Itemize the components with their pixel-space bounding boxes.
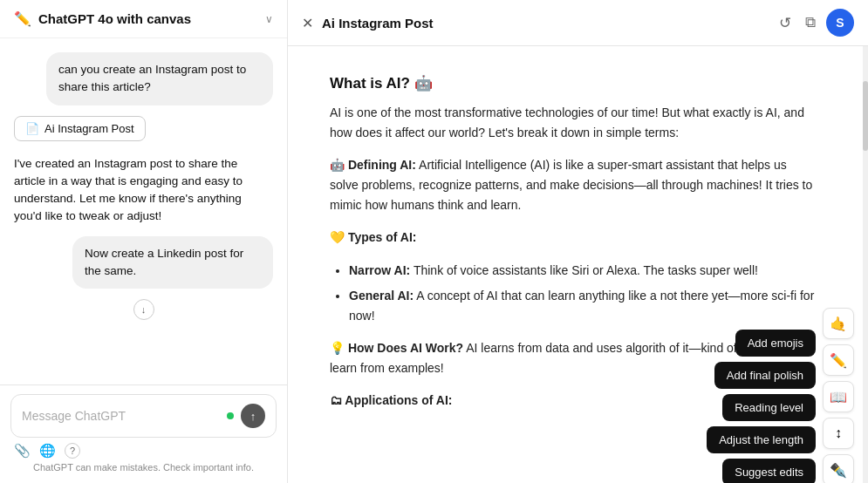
help-button[interactable]: ? — [65, 443, 80, 459]
input-icons-row: 📎 🌐 ? — [10, 438, 277, 459]
chat-area: can you create an Instagram post to shar… — [0, 38, 287, 384]
add-final-polish-button[interactable]: Add final polish — [714, 362, 816, 389]
canvas-title: Ai Instagram Post — [322, 16, 767, 31]
length-icon-button[interactable]: ↕ — [823, 418, 854, 449]
canvas-paragraph-1: AI is one of the most transformative tec… — [330, 103, 816, 143]
input-area: ↑ 📎 🌐 ? ChatGPT can make mistakes. Check… — [0, 384, 287, 483]
applications-label: 🗂 Applications of AI: — [330, 393, 453, 407]
canvas-close-button[interactable]: ✕ — [302, 15, 313, 31]
arrows-vertical-icon: ↕ — [835, 425, 842, 441]
user-avatar: S — [826, 9, 854, 37]
undo-icon: ↺ — [779, 14, 791, 32]
canvas-content: What is AI? 🤖 AI is one of the most tran… — [288, 46, 868, 483]
chevron-down-icon[interactable]: ∨ — [265, 13, 273, 25]
toolbar-icons: 🤙 ✏️ 📖 ↕ ✒️ — [823, 308, 854, 483]
reading-icon-button[interactable]: 📖 — [823, 381, 854, 412]
sidebar: ✏️ ChatGPT 4o with canvas ∨ can you crea… — [0, 0, 288, 483]
adjust-length-button[interactable]: Adjust the length — [707, 426, 816, 453]
general-ai-label: General AI: — [349, 289, 413, 303]
disclaimer-label: ChatGPT can make mistakes. Check importa… — [33, 462, 254, 473]
edit-icon: ✏️ — [14, 10, 31, 27]
chat-input[interactable] — [22, 409, 220, 423]
toolbar-buttons: Add emojis Add final polish Reading leve… — [707, 330, 816, 483]
assistant-message-1: I've created an Instagram post to share … — [14, 155, 267, 226]
user-message-1-text: can you create an Instagram post to shar… — [58, 63, 246, 93]
scroll-down-button[interactable]: ↓ — [133, 299, 154, 320]
disclaimer-text: ChatGPT can make mistakes. Check importa… — [10, 459, 277, 474]
add-emojis-button[interactable]: Add emojis — [735, 330, 816, 357]
canvas-doc-icon: 📄 — [25, 122, 39, 135]
narrow-ai-item: Narrow AI: Think of voice assistants lik… — [349, 261, 816, 281]
sidebar-title: ChatGPT 4o with canvas — [38, 11, 258, 26]
narrow-ai-text: Think of voice assistants like Siri or A… — [413, 263, 758, 277]
narrow-ai-label: Narrow AI: — [349, 263, 410, 277]
scrollbar-thumb[interactable] — [863, 81, 868, 151]
canvas-header-actions: ↺ ⧉ S — [776, 9, 854, 37]
canvas-reference[interactable]: 📄 Ai Instagram Post — [14, 116, 273, 145]
canvas-ref-label: Ai Instagram Post — [44, 122, 134, 135]
suggest-edits-button[interactable]: Suggest edits — [722, 459, 816, 483]
polish-icon-button[interactable]: ✏️ — [823, 344, 854, 376]
hand-wave-icon: 🤙 — [830, 316, 847, 332]
undo-button[interactable]: ↺ — [776, 10, 795, 36]
copy-icon: ⧉ — [805, 14, 816, 31]
sidebar-header: ✏️ ChatGPT 4o with canvas ∨ — [0, 0, 287, 38]
user-message-2-text: Now create a Linkedin post for the same. — [85, 247, 243, 277]
types-of-ai-heading: 💛 Types of AI: — [330, 228, 816, 248]
how-ai-emoji: 💡 — [330, 341, 348, 355]
avatar-label: S — [836, 16, 844, 30]
canvas-ref-button[interactable]: 📄 Ai Instagram Post — [14, 116, 146, 141]
edits-icon-button[interactable]: ✒️ — [823, 454, 854, 483]
how-ai-label: How Does AI Work? — [348, 341, 463, 355]
input-box: ↑ — [10, 394, 277, 438]
user-message-2: Now create a Linkedin post for the same. — [72, 236, 273, 289]
canvas-panel: ✕ Ai Instagram Post ↺ ⧉ S What is AI? 🤖 … — [288, 0, 868, 483]
book-icon: 📖 — [830, 389, 847, 405]
floating-toolbar: Add emojis Add final polish Reading leve… — [707, 308, 854, 483]
emojis-icon-button[interactable]: 🤙 — [823, 308, 854, 339]
defining-ai-label: Defining AI: — [348, 158, 416, 172]
copy-button[interactable]: ⧉ — [802, 10, 819, 35]
reading-level-button[interactable]: Reading level — [722, 394, 816, 421]
scrollbar[interactable] — [863, 46, 868, 483]
types-heading-text: 💛 Types of AI: — [330, 230, 416, 244]
attachment-button[interactable]: 📎 — [14, 443, 31, 459]
user-message-1: can you create an Instagram post to shar… — [46, 52, 273, 105]
assistant-message-1-text: I've created an Instagram post to share … — [14, 157, 243, 223]
canvas-header: ✕ Ai Instagram Post ↺ ⧉ S — [288, 0, 868, 46]
send-button[interactable]: ↑ — [241, 404, 265, 428]
defining-ai-emoji: 🤖 — [330, 158, 348, 172]
canvas-defining-ai: 🤖 Defining AI: Artificial Intelligence (… — [330, 155, 816, 215]
edit-pencil-icon: ✏️ — [830, 352, 847, 369]
status-dot — [227, 412, 234, 419]
close-icon: ✕ — [302, 15, 313, 31]
canvas-heading: What is AI? 🤖 — [330, 74, 816, 92]
pen-nib-icon: ✒️ — [830, 462, 847, 479]
globe-button[interactable]: 🌐 — [39, 443, 56, 459]
